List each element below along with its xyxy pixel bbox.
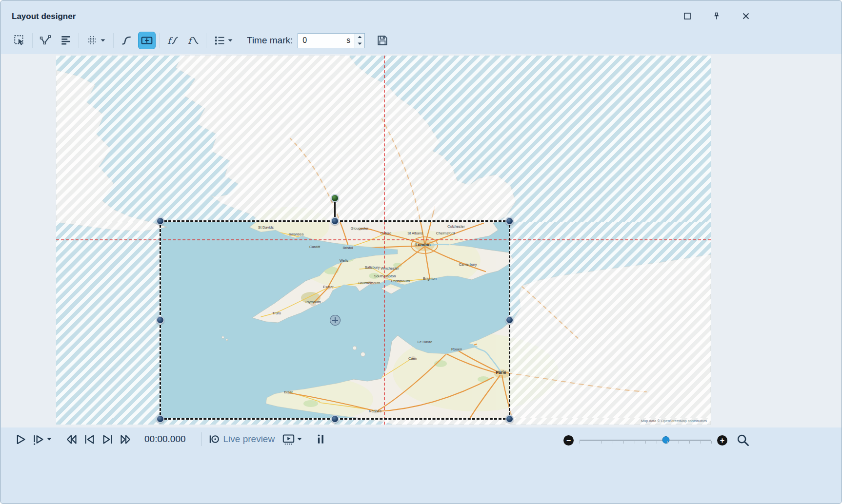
node-edit-tool-button[interactable]	[37, 32, 54, 49]
time-mark-decrement-button[interactable]	[355, 40, 364, 48]
toolbar-separator	[160, 33, 160, 48]
zoom-slider[interactable]	[580, 434, 711, 446]
save-icon	[376, 34, 389, 47]
spin-up-icon	[358, 36, 362, 39]
resize-handle-e[interactable]	[505, 316, 514, 324]
zoom-slider-tick	[623, 441, 624, 444]
zoom-slider-tick	[591, 441, 591, 444]
ease-in-tool-button[interactable]: f	[164, 32, 181, 49]
dropdown-caret-icon	[100, 39, 106, 42]
time-mark-unit: s	[346, 36, 350, 45]
window-title: Layout designer	[12, 12, 76, 21]
smooth-curve-icon	[120, 34, 133, 47]
select-transform-tool-button[interactable]	[11, 32, 28, 49]
toolbar: f f Time mark: 0 s	[0, 27, 842, 54]
toolbar-separator	[206, 33, 206, 48]
node-edit-icon	[39, 34, 52, 47]
preview-display-dropdown-button[interactable]	[297, 437, 302, 441]
resize-handle-sw[interactable]	[156, 415, 164, 423]
play-button[interactable]	[14, 433, 27, 446]
magnifier-icon	[736, 433, 750, 447]
zoom-slider-tick	[667, 441, 668, 444]
resize-handle-s[interactable]	[331, 415, 339, 423]
bottom-bar: 00:00.000 Live preview	[0, 427, 842, 504]
maximize-button[interactable]	[682, 11, 692, 21]
statistics-icon	[315, 433, 328, 446]
zoom-slider-tick	[711, 441, 712, 444]
fast-backward-icon	[65, 433, 78, 446]
maximize-icon	[683, 12, 692, 20]
live-preview-label: Live preview	[223, 434, 275, 445]
map-attribution: Map data © OpenStreetMap contributors	[641, 419, 707, 423]
zoom-controls: − +	[563, 433, 750, 447]
hatched-overlay-left	[56, 222, 161, 418]
zoom-slider-tick	[645, 441, 646, 444]
viewport-icon	[140, 34, 153, 47]
layers-tool-button[interactable]	[57, 32, 75, 49]
viewport-selection[interactable]	[160, 220, 510, 420]
play-icon	[14, 433, 27, 446]
toolbar-separator	[113, 33, 114, 48]
close-button[interactable]	[741, 11, 751, 21]
video-frame: St DavidsSwanseaCardiffBristolGloucester…	[56, 56, 711, 425]
titlebar: Layout designer	[0, 0, 842, 27]
spin-down-icon	[358, 42, 362, 45]
resize-handle-n[interactable]	[331, 217, 339, 225]
move-handle[interactable]	[330, 315, 341, 326]
dropdown-caret-icon	[227, 39, 233, 42]
zoom-slider-tick	[679, 441, 679, 444]
zoom-in-button[interactable]: +	[717, 435, 727, 446]
zoom-out-button[interactable]: −	[563, 435, 574, 446]
hatched-overlay-top	[56, 56, 711, 222]
resize-handle-nw[interactable]	[156, 217, 164, 225]
time-mark-value: 0	[302, 36, 346, 45]
pin-button[interactable]	[712, 11, 722, 21]
resize-handle-w[interactable]	[156, 316, 164, 324]
rotation-handle[interactable]	[331, 194, 339, 202]
zoom-slider-tick	[701, 441, 701, 444]
resize-handle-ne[interactable]	[505, 217, 514, 225]
fast-forward-icon	[119, 433, 132, 446]
move-cross-icon	[332, 317, 339, 324]
dropdown-caret-icon	[297, 437, 302, 441]
grid-tool-button[interactable]	[83, 32, 109, 49]
statistics-button[interactable]	[315, 433, 328, 446]
window-controls	[682, 11, 751, 21]
time-mark-spinner	[355, 33, 365, 48]
preview-display-button[interactable]	[282, 433, 295, 446]
layers-icon	[60, 34, 72, 47]
ease-out-tool-button[interactable]: f	[184, 32, 202, 49]
ease-in-icon: f	[166, 34, 179, 47]
zoom-slider-tick	[613, 441, 613, 444]
play-mode-dropdown-button[interactable]	[46, 437, 52, 441]
track-list-tool-button[interactable]	[210, 32, 237, 49]
canvas[interactable]: St DavidsSwanseaCardiffBristolGloucester…	[1, 54, 842, 427]
close-icon	[742, 12, 750, 20]
fast-forward-button[interactable]	[119, 433, 132, 446]
bottom-bar-separator	[201, 432, 202, 446]
zoom-slider-track[interactable]	[580, 440, 711, 441]
zoom-slider-tick	[601, 441, 602, 444]
time-mark-input[interactable]: 0 s	[298, 33, 355, 48]
time-mark-increment-button[interactable]	[355, 34, 364, 41]
skip-to-end-icon	[101, 433, 114, 446]
play-from-mark-button[interactable]	[32, 433, 45, 446]
zoom-slider-thumb[interactable]	[662, 436, 669, 444]
track-list-icon	[214, 35, 225, 46]
skip-to-start-button[interactable]	[83, 433, 96, 446]
playback-time: 00:00.000	[144, 434, 186, 445]
play-from-mark-icon	[32, 433, 45, 446]
dropdown-caret-icon	[46, 437, 52, 441]
fast-backward-button[interactable]	[65, 433, 78, 446]
save-button[interactable]	[374, 32, 391, 49]
preview-display-icon	[282, 433, 295, 446]
skip-to-end-button[interactable]	[101, 433, 114, 446]
playback-controls: 00:00.000 Live preview	[11, 432, 330, 446]
resize-handle-se[interactable]	[505, 415, 514, 423]
smooth-curve-tool-button[interactable]	[118, 32, 135, 49]
toolbar-separator	[79, 33, 79, 48]
select-transform-icon	[13, 34, 26, 47]
viewport-tool-button[interactable]	[138, 32, 156, 49]
zoom-slider-tick	[657, 441, 657, 444]
magnifier-button[interactable]	[736, 433, 750, 447]
